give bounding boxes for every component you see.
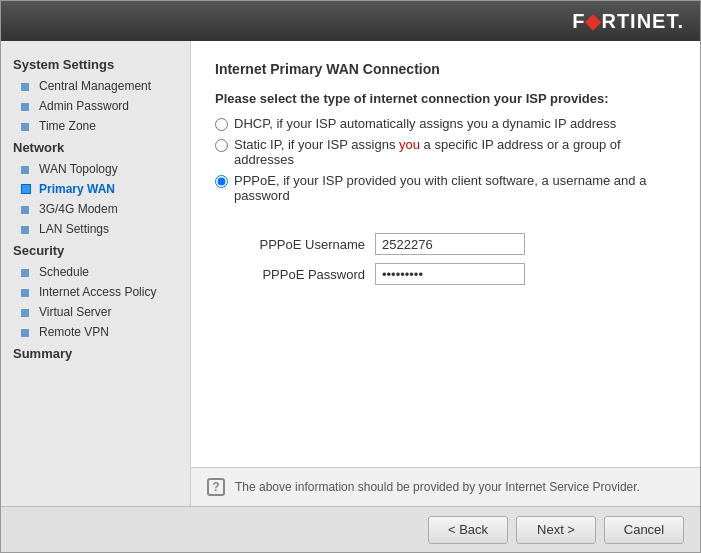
sidebar-item-label: Remote VPN bbox=[39, 325, 109, 339]
radio-dhcp[interactable] bbox=[215, 118, 228, 131]
content-area: System Settings Central Management Admin… bbox=[1, 41, 700, 506]
radio-static-ip[interactable] bbox=[215, 139, 228, 152]
sidebar-item-primary-wan[interactable]: Primary WAN bbox=[1, 179, 190, 199]
item-icon bbox=[21, 163, 33, 175]
logo-dot: ◆ bbox=[585, 10, 601, 32]
sidebar-item-admin-password[interactable]: Admin Password bbox=[1, 96, 190, 116]
pppoe-password-label: PPPoE Password bbox=[245, 267, 375, 282]
sidebar-item-label: Admin Password bbox=[39, 99, 129, 113]
item-icon bbox=[21, 326, 33, 338]
section-label-network: Network bbox=[1, 136, 190, 159]
right-panel: Internet Primary WAN Connection Please s… bbox=[191, 41, 700, 506]
item-icon-active bbox=[21, 183, 33, 195]
sidebar-item-lan-settings[interactable]: LAN Settings bbox=[1, 219, 190, 239]
radio-pppoe[interactable] bbox=[215, 175, 228, 188]
panel-title: Internet Primary WAN Connection bbox=[215, 61, 676, 77]
item-icon bbox=[21, 203, 33, 215]
sidebar-item-label: Primary WAN bbox=[39, 182, 115, 196]
item-icon bbox=[21, 80, 33, 92]
next-button[interactable]: Next > bbox=[516, 516, 596, 544]
sidebar: System Settings Central Management Admin… bbox=[1, 41, 191, 506]
radio-option-static-ip[interactable]: Static IP, if your ISP assigns you a spe… bbox=[215, 137, 676, 167]
pppoe-password-input[interactable] bbox=[375, 263, 525, 285]
sidebar-item-internet-access-policy[interactable]: Internet Access Policy bbox=[1, 282, 190, 302]
static-ip-label-before: Static IP, if your ISP assigns bbox=[234, 137, 399, 152]
fortinet-logo: F◆RTINET. bbox=[572, 9, 684, 33]
sidebar-item-remote-vpn[interactable]: Remote VPN bbox=[1, 322, 190, 342]
section-label-summary: Summary bbox=[1, 342, 190, 365]
sidebar-item-label: Virtual Server bbox=[39, 305, 111, 319]
pppoe-username-input[interactable] bbox=[375, 233, 525, 255]
sidebar-item-label: 3G/4G Modem bbox=[39, 202, 118, 216]
sidebar-item-label: Schedule bbox=[39, 265, 89, 279]
item-icon bbox=[21, 100, 33, 112]
sidebar-item-label: Time Zone bbox=[39, 119, 96, 133]
radio-static-ip-label: Static IP, if your ISP assigns you a spe… bbox=[234, 137, 676, 167]
item-icon bbox=[21, 223, 33, 235]
header: F◆RTINET. bbox=[1, 1, 700, 41]
sidebar-item-central-management[interactable]: Central Management bbox=[1, 76, 190, 96]
sidebar-item-time-zone[interactable]: Time Zone bbox=[1, 116, 190, 136]
sidebar-item-virtual-server[interactable]: Virtual Server bbox=[1, 302, 190, 322]
info-icon: ? bbox=[207, 478, 225, 496]
main-window: F◆RTINET. System Settings Central Manage… bbox=[0, 0, 701, 553]
main-panel: Internet Primary WAN Connection Please s… bbox=[191, 41, 700, 467]
static-ip-you: you bbox=[399, 137, 420, 152]
cancel-button[interactable]: Cancel bbox=[604, 516, 684, 544]
sidebar-item-label: Central Management bbox=[39, 79, 151, 93]
sidebar-item-label: WAN Topology bbox=[39, 162, 118, 176]
form-row-username: PPPoE Username bbox=[245, 233, 676, 255]
radio-dhcp-label: DHCP, if your ISP automatically assigns … bbox=[234, 116, 616, 131]
radio-option-pppoe[interactable]: PPPoE, if your ISP provided you with cli… bbox=[215, 173, 676, 203]
form-row-password: PPPoE Password bbox=[245, 263, 676, 285]
sidebar-item-label: Internet Access Policy bbox=[39, 285, 156, 299]
sidebar-item-label: LAN Settings bbox=[39, 222, 109, 236]
info-text: The above information should be provided… bbox=[235, 480, 640, 494]
sidebar-item-wan-topology[interactable]: WAN Topology bbox=[1, 159, 190, 179]
sidebar-item-3g4g-modem[interactable]: 3G/4G Modem bbox=[1, 199, 190, 219]
item-icon bbox=[21, 286, 33, 298]
item-icon bbox=[21, 266, 33, 278]
info-bar: ? The above information should be provid… bbox=[191, 467, 700, 506]
section-question: Please select the type of internet conne… bbox=[215, 91, 676, 106]
pppoe-username-label: PPPoE Username bbox=[245, 237, 375, 252]
pppoe-form: PPPoE Username PPPoE Password bbox=[245, 233, 676, 293]
radio-group: DHCP, if your ISP automatically assigns … bbox=[215, 116, 676, 209]
item-icon bbox=[21, 306, 33, 318]
sidebar-item-schedule[interactable]: Schedule bbox=[1, 262, 190, 282]
section-label-security: Security bbox=[1, 239, 190, 262]
footer: < Back Next > Cancel bbox=[1, 506, 700, 552]
back-button[interactable]: < Back bbox=[428, 516, 508, 544]
item-icon bbox=[21, 120, 33, 132]
section-label-system-settings: System Settings bbox=[1, 53, 190, 76]
radio-option-dhcp[interactable]: DHCP, if your ISP automatically assigns … bbox=[215, 116, 676, 131]
radio-pppoe-label: PPPoE, if your ISP provided you with cli… bbox=[234, 173, 676, 203]
